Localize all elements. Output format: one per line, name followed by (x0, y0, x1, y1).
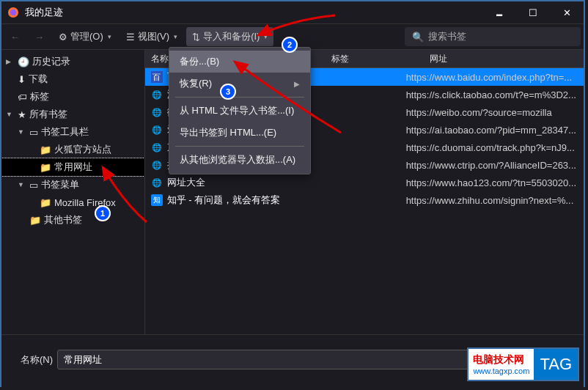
window-title: 我的足迹 (25, 6, 63, 19)
menu-separator (175, 97, 304, 98)
organize-button[interactable]: ⚙ 管理(O) (53, 27, 117, 46)
sidebar-mozilla[interactable]: 📁 Mozilla Firefox (1, 194, 144, 211)
view-button[interactable]: ☰ 视图(V) (120, 27, 183, 46)
col-url[interactable]: 网址 (424, 53, 584, 65)
watermark-line2: www.tagxp.com (473, 367, 529, 375)
watermark-tag: TAG (534, 349, 578, 380)
menu-export-html[interactable]: 导出书签到 HTML...(E) (169, 122, 310, 144)
sidebar: ▶🕘 历史记录 ⬇ 下载 🏷 标签 ▼★ 所有书签 ▼▭ 书签工具栏 📁 火狐官… (1, 50, 145, 334)
sidebar-menu-folder[interactable]: ▼▭ 书签菜单 (1, 176, 144, 194)
step-badge-1: 1 (95, 205, 111, 221)
menu-import-html[interactable]: 从 HTML 文件导入书签...(I) (169, 100, 310, 122)
titlebar: 我的足迹 🗕 ☐ ✕ (1, 1, 584, 23)
sidebar-fox-official[interactable]: 📁 火狐官方站点 (1, 141, 144, 158)
sidebar-frequent[interactable]: 📁 常用网址 (1, 158, 144, 176)
menu-backup[interactable]: 备份...(B) (169, 51, 310, 73)
sidebar-other[interactable]: 📁 其他书签 (1, 211, 144, 229)
minimize-button[interactable]: 🗕 (482, 1, 516, 23)
table-row[interactable]: 🌐网址大全https://www.hao123.com/?tn=5503020.… (145, 174, 584, 191)
name-label: 名称(N) (9, 350, 57, 367)
import-backup-button[interactable]: ⇅ 导入和备份(I) (186, 27, 273, 46)
watermark-line1: 电脑技术网 (473, 353, 529, 367)
step-badge-3: 3 (220, 84, 236, 100)
back-button[interactable]: ← (4, 29, 26, 45)
sidebar-toolbar-folder[interactable]: ▼▭ 书签工具栏 (1, 123, 144, 141)
menu-restore[interactable]: 恢复(R)▶ (169, 73, 310, 95)
close-button[interactable]: ✕ (550, 1, 584, 23)
svg-point-1 (10, 10, 16, 15)
col-tags[interactable]: 标签 (326, 53, 424, 65)
search-icon: 🔍 (412, 32, 424, 43)
step-badge-2: 2 (282, 37, 298, 53)
sidebar-all-bookmarks[interactable]: ▼★ 所有书签 (1, 106, 144, 123)
sidebar-history[interactable]: ▶🕘 历史记录 (1, 53, 144, 70)
import-backup-menu: 备份...(B) 恢复(R)▶ 从 HTML 文件导入书签...(I) 导出书签… (169, 47, 311, 174)
sidebar-tags[interactable]: 🏷 标签 (1, 88, 144, 106)
chevron-right-icon: ▶ (294, 80, 300, 88)
table-row[interactable]: 知知乎 - 有问题，就会有答案https://www.zhihu.com/sig… (145, 191, 584, 209)
firefox-icon (7, 7, 19, 18)
search-placeholder: 搜索书签 (428, 30, 466, 43)
search-box[interactable]: 🔍 搜索书签 (405, 27, 581, 46)
menu-separator (175, 146, 304, 147)
maximize-button[interactable]: ☐ (516, 1, 550, 23)
forward-button[interactable]: → (29, 29, 50, 45)
watermark: 电脑技术网 www.tagxp.com TAG (467, 347, 579, 381)
menu-import-browser[interactable]: 从其他浏览器导入数据...(A) (169, 149, 310, 171)
sidebar-downloads[interactable]: ⬇ 下载 (1, 70, 144, 88)
